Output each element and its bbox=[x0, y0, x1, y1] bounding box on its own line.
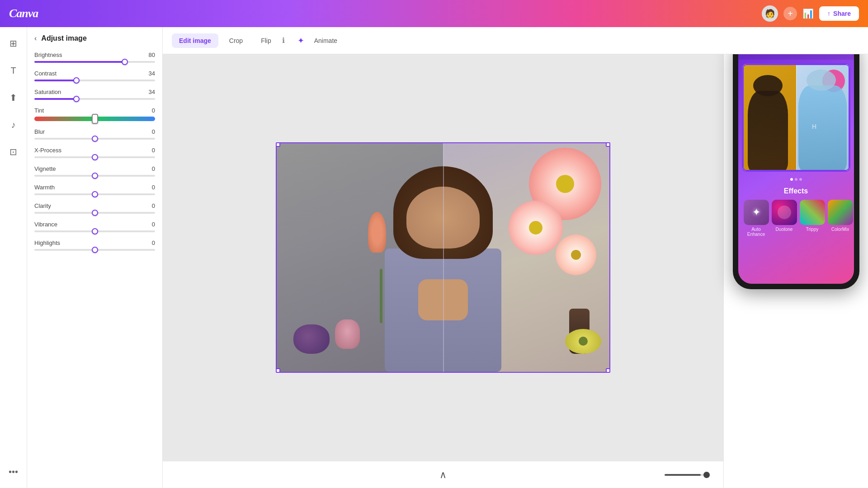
brightness-track[interactable] bbox=[34, 61, 155, 63]
clarity-track[interactable] bbox=[34, 212, 155, 214]
brightness-thumb[interactable] bbox=[122, 59, 128, 65]
sidebar-item-frame[interactable]: ⊡ bbox=[5, 143, 23, 161]
trippy-label: Trippy bbox=[806, 227, 818, 232]
tint-thumb[interactable] bbox=[92, 114, 98, 124]
clarity-thumb[interactable] bbox=[92, 210, 98, 216]
sidebar-item-upload[interactable]: ⬆ bbox=[5, 89, 23, 107]
stats-icon[interactable]: 📊 bbox=[802, 8, 814, 19]
contrast-track[interactable] bbox=[34, 80, 155, 81]
corner-handle-br[interactable] bbox=[606, 368, 610, 373]
edit-image-label: Edit image bbox=[179, 37, 211, 44]
tint-track[interactable] bbox=[34, 117, 155, 121]
contrast-value: 34 bbox=[142, 70, 155, 77]
edit-image-button[interactable]: Edit image bbox=[172, 33, 218, 48]
effect-colormix[interactable]: ColorMix bbox=[828, 200, 853, 237]
highlights-thumb[interactable] bbox=[92, 247, 98, 253]
sidebar-item-music[interactable]: ♪ bbox=[5, 116, 23, 134]
zoom-fill bbox=[665, 474, 701, 476]
clarity-slider-row: Clarity 0 bbox=[34, 202, 155, 214]
animate-button[interactable]: Animate bbox=[307, 33, 344, 48]
highlights-track[interactable] bbox=[34, 249, 155, 251]
auto-enhance-bg: ✦ bbox=[744, 200, 769, 225]
zoom-thumb[interactable] bbox=[703, 472, 710, 478]
left-sidebar: ⊞ T ⬆ ♪ ⊡ ••• bbox=[0, 27, 27, 488]
warmth-value: 0 bbox=[142, 184, 155, 191]
blur-thumb[interactable] bbox=[92, 136, 98, 142]
saturation-label: Saturation bbox=[34, 89, 61, 95]
vibrance-thumb[interactable] bbox=[92, 228, 98, 235]
blur-track[interactable] bbox=[34, 138, 155, 140]
effect-duotone[interactable]: Duotone bbox=[772, 200, 797, 237]
collapse-panel-button[interactable]: ∧ bbox=[439, 469, 447, 481]
colormix-label: ColorMix bbox=[831, 227, 849, 232]
saturation-track[interactable] bbox=[34, 98, 155, 100]
flower-center bbox=[556, 175, 574, 193]
brightness-value: 80 bbox=[142, 52, 155, 58]
info-icon[interactable]: ℹ bbox=[282, 36, 285, 45]
back-button[interactable]: ‹ bbox=[34, 34, 37, 42]
crop-label: Crop bbox=[229, 37, 243, 44]
clarity-value: 0 bbox=[142, 202, 155, 209]
sidebar-item-text[interactable]: T bbox=[5, 61, 23, 80]
corner-handle-tr[interactable] bbox=[606, 142, 610, 147]
phone-dots bbox=[738, 175, 854, 183]
vibrance-track[interactable] bbox=[34, 230, 155, 232]
sidebar-item-grid[interactable]: ⊞ bbox=[5, 34, 23, 52]
effect-auto-enhance[interactable]: ✦ Auto Enhance bbox=[744, 200, 769, 237]
contrast-slider-row: Contrast 34 bbox=[34, 70, 155, 81]
upload-icon: ⬆ bbox=[9, 92, 17, 103]
share-button[interactable]: ↑ Share bbox=[819, 6, 859, 21]
animate-label: Animate bbox=[314, 37, 337, 44]
third-flower-center bbox=[571, 250, 581, 260]
corner-handle-bl[interactable] bbox=[276, 368, 280, 373]
sidebar-item-more[interactable]: ••• bbox=[5, 463, 23, 481]
vignette-slider-row: Vignette 0 bbox=[34, 165, 155, 177]
corner-handle-tl[interactable] bbox=[276, 142, 280, 147]
user-avatar[interactable]: 🧑 bbox=[762, 5, 778, 22]
top-toolbar: Edit image Crop Flip ℹ ✦ Animate bbox=[163, 27, 868, 54]
contrast-thumb[interactable] bbox=[73, 77, 80, 84]
xprocess-label: X-Process bbox=[34, 147, 61, 154]
vibrance-label: Vibrance bbox=[34, 221, 57, 228]
crop-button[interactable]: Crop bbox=[222, 33, 250, 48]
more-icon: ••• bbox=[9, 467, 18, 477]
xprocess-track[interactable] bbox=[34, 156, 155, 158]
highlights-value: 0 bbox=[142, 239, 155, 246]
contrast-label: Contrast bbox=[34, 70, 57, 77]
warmth-thumb[interactable] bbox=[92, 191, 98, 197]
saturation-thumb[interactable] bbox=[73, 96, 80, 102]
vignette-thumb[interactable] bbox=[92, 173, 98, 179]
text-icon: T bbox=[10, 66, 16, 76]
trippy-bg bbox=[800, 200, 825, 225]
vignette-track[interactable] bbox=[34, 175, 155, 177]
xprocess-thumb[interactable] bbox=[92, 154, 98, 160]
bottom-bar: ∧ bbox=[163, 461, 723, 488]
highlights-label: Highlights bbox=[34, 239, 60, 246]
duotone-bg bbox=[772, 200, 797, 225]
highlights-slider-row: Highlights 0 bbox=[34, 239, 155, 251]
dot-3 bbox=[799, 178, 802, 181]
vibrance-slider-row: Vibrance 0 bbox=[34, 221, 155, 232]
warmth-track[interactable] bbox=[34, 193, 155, 195]
contrast-fill bbox=[34, 80, 76, 81]
xprocess-slider-row: X-Process 0 bbox=[34, 147, 155, 158]
warmth-slider-row: Warmth 0 bbox=[34, 184, 155, 195]
duotone-circle bbox=[778, 206, 791, 219]
animate-star-icon: ✦ bbox=[297, 36, 304, 46]
duotone-thumb bbox=[772, 200, 797, 225]
effect-trippy[interactable]: Trippy bbox=[800, 200, 825, 237]
tint-slider-row: Tint 0 bbox=[34, 107, 155, 121]
phone-canvas-preview: H bbox=[742, 63, 850, 172]
adjust-header: ‹ Adjust image bbox=[34, 34, 155, 42]
share-icon: ↑ bbox=[827, 10, 830, 17]
add-collaborator-button[interactable]: + bbox=[783, 7, 797, 20]
saturation-slider-row: Saturation 34 bbox=[34, 89, 155, 100]
adjust-title: Adjust image bbox=[41, 34, 86, 42]
blur-slider-row: Blur 0 bbox=[34, 128, 155, 140]
flip-button[interactable]: Flip bbox=[254, 33, 278, 48]
auto-enhance-star-icon: ✦ bbox=[752, 206, 760, 218]
tint-label: Tint bbox=[34, 107, 44, 114]
canvas-image[interactable] bbox=[276, 142, 610, 373]
blur-label: Blur bbox=[34, 128, 45, 135]
zoom-track[interactable] bbox=[665, 474, 710, 476]
